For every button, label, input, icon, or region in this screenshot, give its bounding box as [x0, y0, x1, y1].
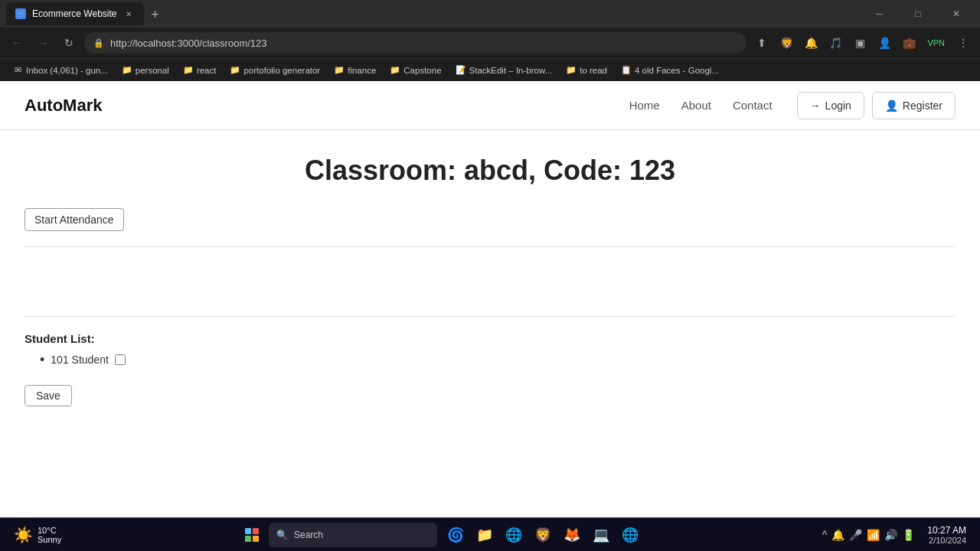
app-navbar: AutoMark Home About Contact → Login 👤 Re…	[0, 81, 980, 130]
student-list-label: Student List:	[24, 332, 956, 345]
tab-bar: 🛒 Ecommerce Website ✕ +	[6, 2, 856, 25]
taskbar-cortana-icon[interactable]: 🌀	[442, 521, 469, 549]
taskbar-explorer-icon[interactable]: 📁	[471, 521, 498, 549]
sidebar-button[interactable]: ▣	[849, 32, 871, 54]
spacer	[24, 262, 956, 301]
taskbar-center: 🔍 Search 🌀 📁 🌐 🦁 🦊 💻 🌐	[72, 521, 812, 549]
taskbar-search[interactable]: 🔍 Search	[269, 523, 437, 547]
nav-bar: ← → ↻ 🔒 http://localhost:3000/classroom/…	[0, 28, 980, 58]
back-button[interactable]: ←	[6, 32, 28, 54]
wallet-button[interactable]: 💼	[898, 32, 920, 54]
search-icon: 🔍	[276, 530, 288, 540]
doc-icon: 📝	[456, 65, 466, 76]
app-nav-buttons: → Login 👤 Register	[797, 92, 956, 119]
address-text: http://localhost:3000/classroom/123	[110, 37, 737, 49]
folder-icon: 📁	[230, 65, 240, 76]
taskbar-brave-icon[interactable]: 🦁	[529, 521, 557, 549]
tab-title: Ecommerce Website	[32, 8, 116, 19]
bookmark-personal[interactable]: 📁 personal	[116, 64, 175, 77]
tab-close-button[interactable]: ✕	[122, 8, 135, 20]
divider-bottom	[24, 316, 956, 317]
close-button[interactable]: ✕	[939, 0, 974, 28]
app-nav-links: Home About Contact	[629, 99, 773, 112]
register-button[interactable]: 👤 Register	[872, 92, 956, 119]
nav-link-about[interactable]: About	[681, 99, 711, 112]
taskbar-chrome-icon[interactable]: 🌐	[616, 521, 644, 549]
taskbar-brave2-icon[interactable]: 🦊	[558, 521, 586, 549]
folder-icon: 📁	[390, 65, 400, 76]
bookmark-4faces[interactable]: 📋 4 old Faces - Googl...	[615, 64, 725, 77]
main-content: Classroom: abcd, Code: 123 Start Attenda…	[0, 130, 980, 517]
register-icon: 👤	[885, 99, 898, 112]
page-content: AutoMark Home About Contact → Login 👤 Re…	[0, 81, 980, 517]
login-button[interactable]: → Login	[797, 92, 864, 119]
bookmark-inbox[interactable]: ✉ Inbox (4,061) - gun...	[6, 64, 114, 77]
new-tab-button[interactable]: +	[144, 4, 165, 25]
share-button[interactable]: ⬆	[751, 32, 773, 54]
vpn-button[interactable]: VPN	[923, 32, 949, 54]
list-bullet: •	[40, 353, 44, 367]
student-checkbox[interactable]	[115, 354, 126, 365]
search-placeholder: Search	[294, 530, 323, 540]
student-list-section: Student List: • 101 Student	[24, 332, 956, 367]
notifications-icon[interactable]: 🔔	[831, 529, 844, 541]
folder-icon: 📁	[334, 65, 345, 76]
profile-button[interactable]: 👤	[874, 32, 895, 54]
taskbar-clock[interactable]: 10:27 AM 2/10/2024	[927, 525, 966, 545]
window-controls: ─ □ ✕	[862, 0, 974, 28]
nav-link-contact[interactable]: Contact	[733, 99, 773, 112]
bookmarks-bar: ✉ Inbox (4,061) - gun... 📁 personal 📁 re…	[0, 58, 980, 81]
windows-logo	[245, 528, 259, 542]
date-display: 2/10/2024	[927, 536, 966, 545]
save-button[interactable]: Save	[24, 385, 72, 406]
weather-condition: Sunny	[38, 535, 61, 544]
weather-temp: 10°C	[38, 526, 61, 535]
forward-button[interactable]: →	[32, 32, 54, 54]
notification-button[interactable]: 🔔	[800, 32, 822, 54]
volume-icon[interactable]: 🔊	[884, 529, 897, 541]
folder-icon: 📁	[566, 65, 577, 76]
title-bar: 🛒 Ecommerce Website ✕ + ─ □ ✕	[0, 0, 980, 28]
brave-shield-button[interactable]: 🦁	[776, 32, 797, 54]
folder-icon: 📁	[122, 65, 132, 76]
extensions-button[interactable]: 🎵	[825, 32, 846, 54]
nav-actions: ⬆ 🦁 🔔 🎵 ▣ 👤 💼 VPN ⋮	[751, 32, 974, 54]
active-tab[interactable]: 🛒 Ecommerce Website ✕	[6, 2, 144, 25]
maximize-button[interactable]: □	[900, 0, 936, 28]
taskbar-pinned-icons: 🌀 📁 🌐 🦁 🦊 💻 🌐	[442, 521, 644, 549]
wifi-icon[interactable]: 📶	[867, 529, 880, 541]
nav-link-home[interactable]: Home	[629, 99, 660, 112]
mic-icon[interactable]: 🎤	[849, 529, 862, 541]
bookmark-capstone[interactable]: 📁 Capstone	[384, 64, 447, 77]
battery-icon[interactable]: 🔋	[902, 529, 915, 541]
bookmark-toread[interactable]: 📁 to read	[560, 64, 613, 77]
folder-icon: 📁	[183, 65, 194, 76]
doc-icon: 📋	[621, 65, 632, 76]
address-bar[interactable]: 🔒 http://localhost:3000/classroom/123	[84, 32, 746, 54]
reload-button[interactable]: ↻	[58, 32, 80, 54]
bookmark-stackedit[interactable]: 📝 StackEdit – In-brow...	[449, 64, 559, 77]
system-tray: ^ 🔔 🎤 📶 🔊 🔋	[822, 529, 916, 541]
student-item: • 101 Student	[40, 353, 956, 367]
taskbar-weather[interactable]: ☀️ 10°C Sunny	[6, 526, 69, 544]
divider-top	[24, 246, 956, 247]
start-attendance-button[interactable]: Start Attendance	[24, 208, 124, 231]
lock-icon: 🔒	[93, 38, 104, 48]
page-title: Classroom: abcd, Code: 123	[24, 155, 956, 187]
weather-icon: ☀️	[14, 526, 33, 544]
chevron-icon[interactable]: ^	[822, 529, 828, 541]
minimize-button[interactable]: ─	[862, 0, 897, 28]
app-brand: AutoMark	[24, 96, 102, 116]
bookmark-portfolio[interactable]: 📁 portofolio generator	[224, 64, 326, 77]
time-display: 10:27 AM	[927, 525, 966, 536]
taskbar: ☀️ 10°C Sunny 🔍 Search 🌀 📁	[0, 517, 980, 551]
student-name: 101 Student	[51, 354, 109, 366]
taskbar-right: ^ 🔔 🎤 📶 🔊 🔋 10:27 AM 2/10/2024	[815, 525, 974, 545]
start-button[interactable]	[240, 523, 264, 547]
bookmark-icon: ✉	[12, 65, 23, 76]
taskbar-vscode-icon[interactable]: 💻	[587, 521, 615, 549]
taskbar-edge-icon[interactable]: 🌐	[500, 521, 528, 549]
bookmark-finance[interactable]: 📁 finance	[328, 64, 382, 77]
menu-button[interactable]: ⋮	[952, 32, 974, 54]
bookmark-react[interactable]: 📁 react	[177, 64, 223, 77]
